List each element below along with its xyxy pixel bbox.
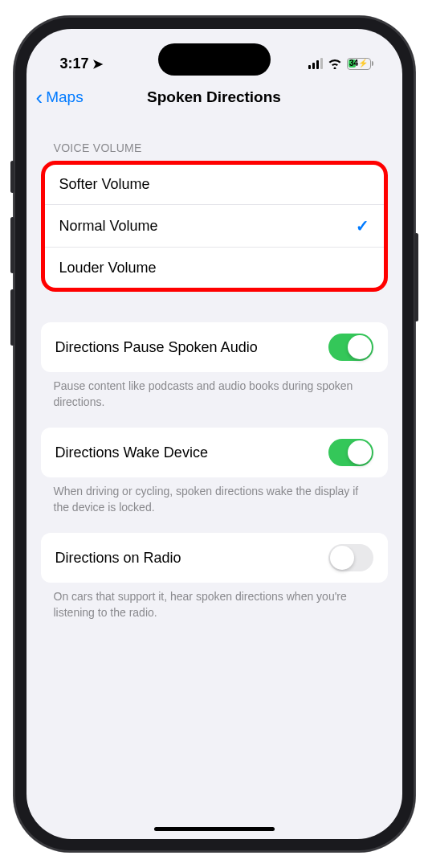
toggle-label: Directions Pause Spoken Audio	[55, 339, 258, 356]
on-radio-footer: On cars that support it, hear spoken dir…	[41, 583, 388, 620]
wake-device-toggle[interactable]	[328, 439, 373, 466]
louder-volume-row[interactable]: Louder Volume	[45, 248, 384, 288]
location-arrow-icon: ➤	[92, 56, 103, 72]
phone-frame: 3:17 ➤ 34⚡	[14, 16, 415, 852]
softer-volume-row[interactable]: Softer Volume	[45, 165, 384, 205]
pause-audio-toggle[interactable]	[328, 334, 373, 361]
volume-up-button	[10, 217, 14, 273]
option-label: Softer Volume	[59, 176, 150, 193]
toggle-label: Directions on Radio	[55, 550, 181, 567]
status-time: 3:17	[60, 55, 89, 72]
option-label: Louder Volume	[59, 260, 157, 276]
on-radio-row[interactable]: Directions on Radio	[41, 533, 388, 583]
home-indicator[interactable]	[154, 827, 275, 831]
voice-volume-header: VOICE VOLUME	[41, 119, 388, 161]
cellular-signal-icon	[308, 58, 323, 69]
back-label: Maps	[46, 88, 83, 106]
voice-volume-group: Softer Volume Normal Volume ✓ Louder Vol…	[41, 161, 388, 292]
pause-audio-group: Directions Pause Spoken Audio	[41, 322, 388, 372]
volume-down-button	[10, 289, 14, 346]
normal-volume-row[interactable]: Normal Volume ✓	[45, 205, 384, 248]
wake-device-group: Directions Wake Device	[41, 428, 388, 477]
chevron-left-icon: ‹	[36, 87, 43, 108]
wake-device-footer: When driving or cycling, spoken directio…	[41, 477, 388, 515]
pause-audio-row[interactable]: Directions Pause Spoken Audio	[41, 322, 388, 372]
pause-audio-footer: Pause content like podcasts and audio bo…	[41, 372, 388, 410]
screen: 3:17 ➤ 34⚡	[26, 29, 402, 839]
battery-icon: 34⚡	[347, 58, 373, 70]
wifi-icon	[328, 58, 342, 69]
on-radio-group: Directions on Radio	[41, 533, 388, 583]
wake-device-row[interactable]: Directions Wake Device	[41, 428, 388, 477]
status-left: 3:17 ➤	[60, 55, 103, 72]
status-right: 34⚡	[308, 58, 373, 70]
toggle-label: Directions Wake Device	[55, 444, 208, 461]
dynamic-island	[158, 43, 271, 76]
content: VOICE VOLUME Softer Volume Normal Volume…	[26, 119, 402, 621]
back-button[interactable]: ‹ Maps	[36, 87, 84, 108]
on-radio-toggle[interactable]	[328, 544, 373, 571]
nav-bar: ‹ Maps Spoken Directions	[26, 79, 402, 119]
checkmark-icon: ✓	[356, 216, 369, 235]
power-button	[414, 233, 418, 321]
silence-switch	[10, 161, 14, 193]
option-label: Normal Volume	[59, 218, 158, 235]
